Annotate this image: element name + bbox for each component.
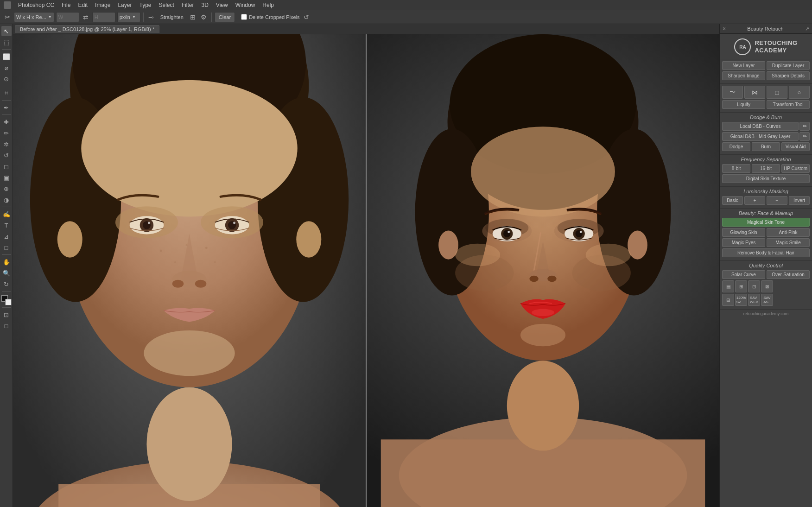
menu-type[interactable]: Type: [136, 1, 154, 9]
menu-view[interactable]: View: [213, 1, 231, 9]
ratio-dropdown[interactable]: W x H x Re... ▼: [14, 12, 54, 22]
anti-pink-button[interactable]: Anti-Pink: [767, 228, 810, 237]
eraser-tool[interactable]: ◻: [1, 161, 12, 171]
menu-3d[interactable]: 3D: [198, 1, 212, 9]
canvas-area: Before and After _ DSC0128.jpg @ 25% (La…: [13, 24, 719, 507]
liquify-eraser-icon[interactable]: ◻: [767, 86, 787, 99]
delete-cropped-label[interactable]: Delete Cropped Pixels: [241, 14, 299, 20]
lasso-tool[interactable]: ⌀: [1, 63, 12, 73]
type-tool[interactable]: T: [1, 220, 12, 230]
curves-icon[interactable]: ⊞: [735, 280, 747, 292]
crop-tool[interactable]: ⌗: [1, 88, 12, 98]
zoom-tool[interactable]: 🔍: [1, 268, 12, 278]
glowing-skin-button[interactable]: Glowing Skin: [722, 228, 765, 237]
global-ddb-edit-icon[interactable]: ✏: [799, 132, 810, 141]
straighten-button[interactable]: Straighten: [158, 12, 186, 22]
local-ddb-edit-icon[interactable]: ✏: [799, 122, 810, 131]
menu-file[interactable]: File: [58, 1, 74, 9]
liquify-distort-icon[interactable]: ⋈: [744, 86, 765, 99]
blur-tool[interactable]: ⊕: [1, 184, 12, 194]
sharpen-row: Sharpen Image Sharpen Details: [722, 71, 810, 80]
hp-custom-button[interactable]: HP Custom: [781, 164, 810, 173]
sharpen-image-button[interactable]: Sharpen Image: [722, 71, 765, 80]
duplicate-layer-button[interactable]: Duplicate Layer: [767, 61, 810, 70]
menu-help[interactable]: Help: [259, 1, 277, 9]
menu-layer[interactable]: Layer: [114, 1, 135, 9]
width-input[interactable]: [56, 12, 79, 22]
path-select-tool[interactable]: ⊿: [1, 231, 12, 241]
healing-tool[interactable]: ✚: [1, 117, 12, 127]
move-tool[interactable]: ↖: [1, 26, 12, 36]
svg-point-25: [296, 221, 321, 258]
clear-button[interactable]: Clear: [215, 12, 235, 22]
beauty-makeup-section: Beauty: Face & Makeup Magical Skin Tone …: [720, 209, 812, 261]
zoom-120-icon[interactable]: 120%SZ: [735, 294, 747, 306]
marquee-tool[interactable]: ⬜: [1, 51, 12, 62]
liquify-mask-icon[interactable]: ○: [789, 86, 810, 99]
background-color[interactable]: [5, 299, 12, 305]
sharpen-details-button[interactable]: Sharpen Details: [767, 71, 810, 80]
reset-icon[interactable]: ↺: [302, 13, 311, 22]
height-input[interactable]: [92, 12, 115, 22]
scrollbar-area[interactable]: [720, 318, 812, 327]
remove-hair-button[interactable]: Remove Body & Facial Hair: [722, 248, 810, 257]
burn-button[interactable]: Burn: [752, 142, 780, 151]
clone-tool[interactable]: ✲: [1, 139, 12, 149]
rotate-view-tool[interactable]: ↻: [1, 279, 12, 289]
brush-tool[interactable]: ✏: [1, 128, 12, 138]
hand-tool[interactable]: ✋: [1, 257, 12, 267]
menu-photoshop[interactable]: Photoshop CC: [15, 1, 57, 9]
8bit-button[interactable]: 8-bit: [722, 164, 750, 173]
menu-image[interactable]: Image: [92, 1, 114, 9]
liquify-wave-icon[interactable]: 〜: [722, 86, 743, 99]
magic-smile-button[interactable]: Magic Smile: [767, 238, 810, 247]
canvas-tab[interactable]: Before and After _ DSC0128.jpg @ 25% (La…: [15, 25, 159, 33]
plus-button[interactable]: +: [744, 196, 765, 205]
eyedropper-tool[interactable]: ✒: [1, 102, 12, 113]
transform-tool-button[interactable]: Transform Tool: [767, 100, 810, 109]
invert-button[interactable]: Invert: [789, 196, 810, 205]
magic-eyes-button[interactable]: Magic Eyes: [722, 238, 765, 247]
quick-mask-tool[interactable]: ⊡: [1, 310, 12, 320]
save-web-icon[interactable]: SAVWEB: [748, 294, 760, 306]
swap-icon[interactable]: ⇄: [81, 13, 90, 22]
quick-select-tool[interactable]: ⊙: [1, 74, 12, 84]
gradient-tool[interactable]: ▣: [1, 172, 12, 183]
unit-dropdown[interactable]: px/in ▼: [117, 12, 140, 22]
menu-edit[interactable]: Edit: [75, 1, 91, 9]
menu-window[interactable]: Window: [232, 1, 259, 9]
minus-button[interactable]: −: [767, 196, 787, 205]
history-brush-tool[interactable]: ↺: [1, 150, 12, 160]
dodge-button[interactable]: Dodge: [722, 142, 750, 151]
pen-tool[interactable]: ✍: [1, 209, 12, 219]
basic-button[interactable]: Basic: [722, 196, 743, 205]
delete-cropped-checkbox[interactable]: [241, 14, 247, 20]
solar-curve-button[interactable]: Solar Curve: [722, 270, 765, 279]
menu-filter[interactable]: Filter: [178, 1, 197, 9]
levels-icon[interactable]: ⊡: [748, 280, 760, 292]
magical-skin-button[interactable]: Magical Skin Tone: [722, 218, 810, 227]
shapes-tool[interactable]: □: [1, 242, 12, 253]
color-boxes[interactable]: [1, 295, 12, 305]
layers-icon[interactable]: ⊟: [722, 294, 734, 306]
16bit-button[interactable]: 16-bit: [752, 164, 780, 173]
panel-close-icon[interactable]: ×: [723, 25, 726, 32]
digital-skin-button[interactable]: Digital Skin Texture: [722, 174, 810, 183]
eyes-smile-row: Magic Eyes Magic Smile: [722, 238, 810, 247]
local-ddb-button[interactable]: Local D&B - Curves: [722, 122, 799, 131]
over-saturation-button[interactable]: Over-Saturation: [767, 270, 810, 279]
screen-mode-tool[interactable]: □: [1, 321, 12, 331]
svg-point-9: [81, 80, 297, 217]
histogram-icon[interactable]: ▤: [722, 280, 734, 292]
dodge-tool[interactable]: ◑: [1, 195, 12, 205]
new-layer-button[interactable]: New Layer: [722, 61, 765, 70]
save-as-icon[interactable]: SAVAS: [761, 294, 773, 306]
menu-select[interactable]: Select: [155, 1, 177, 9]
tool-sep7: [2, 291, 11, 292]
visual-aid-button[interactable]: Visual Aid: [781, 142, 810, 151]
artboard-tool[interactable]: ⬚: [1, 37, 12, 47]
liquify-button[interactable]: Liquify: [722, 100, 765, 109]
hue-sat-icon[interactable]: ⊠: [761, 280, 773, 292]
panel-expand-icon[interactable]: ↗: [805, 26, 809, 32]
global-ddb-button[interactable]: Global D&B - Mid Gray Layer: [722, 132, 799, 141]
